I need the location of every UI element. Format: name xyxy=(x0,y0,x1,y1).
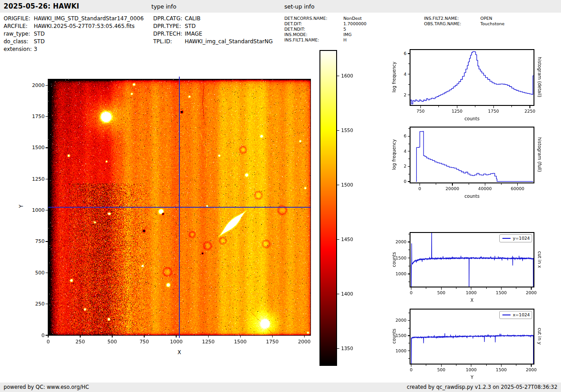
y-axis-tick xyxy=(408,166,410,167)
y-axis-tick xyxy=(408,273,410,274)
x-axis-tick-label: 1250 xyxy=(444,109,470,114)
field-value: HAWKI_IMG_STD_StandardStar147_0006 xyxy=(34,15,144,22)
y-axis-minor-tick xyxy=(408,84,410,85)
field-value: NonDest xyxy=(343,16,362,21)
x-axis-tick-label: 0 xyxy=(37,339,59,344)
legend-box: x=1024 xyxy=(499,311,532,319)
x-axis-tick-label: 0 xyxy=(399,291,424,295)
x-axis-tick xyxy=(272,335,273,337)
y-axis-tick xyxy=(408,136,410,137)
field-label: INS.FILT1.NAME: xyxy=(284,37,343,42)
right-axis-title: histogram (full) xyxy=(537,132,542,177)
legend-line-swatch xyxy=(502,315,511,315)
x-axis-tick-label: 1000 xyxy=(459,368,484,372)
field-label: DPR.TECH: xyxy=(153,31,185,37)
right-axis-title: histogram (detail) xyxy=(537,55,542,100)
y-axis-minor-tick xyxy=(408,159,410,159)
x-axis-tick xyxy=(420,106,421,108)
y-axis-minor-tick xyxy=(408,282,410,282)
x-axis-tick xyxy=(411,365,411,367)
x-axis-minor-tick xyxy=(475,106,475,107)
field-value: HAWKI.2025-05-27T07:53:05.465.fits xyxy=(34,23,135,29)
header-bar xyxy=(0,0,561,13)
x-axis-tick-label: 250 xyxy=(69,339,91,344)
y-axis-tick-label: 4 xyxy=(388,72,406,77)
qc-report-page: 2025-05-26: HAWKI type info set-up info … xyxy=(0,0,561,392)
y-axis-tick xyxy=(46,147,48,148)
y-axis-tick xyxy=(46,335,48,335)
type-info-row: DPR.TECH:IMAGE xyxy=(153,31,202,37)
y-axis-tick xyxy=(408,151,410,151)
field-value: STD xyxy=(34,38,45,45)
x-axis-tick-label: 1250 xyxy=(197,339,219,344)
field-label: INS.FILT2.NAME: xyxy=(424,16,480,21)
setup-info-row: INS.MODE:IMG xyxy=(284,32,351,37)
x-axis-minor-tick xyxy=(486,287,487,289)
y-axis-minor-tick xyxy=(408,64,410,64)
y-axis-title: counts xyxy=(392,237,397,282)
right-axis-title: cut in x xyxy=(537,237,542,282)
type-info-row: DPR.TYPE:STD xyxy=(153,23,196,29)
colorbar-tick xyxy=(337,130,339,131)
field-value: CALIB xyxy=(185,15,201,22)
colorbar-tick xyxy=(337,348,339,349)
x-axis-tick-label: 1750 xyxy=(481,109,506,114)
x-axis-tick xyxy=(452,183,452,186)
field-value: OPEN xyxy=(480,16,492,21)
x-axis-tick xyxy=(420,183,420,186)
file-info-row: raw_type:STD xyxy=(4,31,45,37)
y-axis-tick xyxy=(46,116,48,117)
x-axis-minor-tick xyxy=(469,183,469,185)
colorbar-tick xyxy=(337,294,339,294)
x-axis-tick-label: 750 xyxy=(133,339,155,344)
x-axis-title: X xyxy=(170,350,188,356)
x-axis-title: X xyxy=(459,298,486,303)
x-axis-title: counts xyxy=(459,194,486,199)
footer-credit-left: powered by QC: www.eso.org/HC xyxy=(4,383,89,392)
x-axis-tick-label: 1500 xyxy=(229,339,251,344)
y-axis-tick xyxy=(408,320,410,321)
y-axis-tick xyxy=(408,53,410,54)
field-label: INS.MODE: xyxy=(284,32,343,37)
field-label: do_class: xyxy=(4,38,34,45)
x-axis-tick xyxy=(176,335,176,337)
field-label: extension: xyxy=(4,46,34,52)
field-label: TPL.ID: xyxy=(153,38,185,45)
x-axis-title: counts xyxy=(459,117,486,121)
right-axis-title: cut in y xyxy=(537,314,542,359)
x-axis-tick-label: 2250 xyxy=(517,109,543,114)
field-label: OBS.TARG.NAME: xyxy=(424,21,480,26)
y-axis-tick-label: 2000 xyxy=(388,240,406,244)
histogram-full-canvas xyxy=(410,128,534,182)
legend-label: x=1024 xyxy=(513,312,530,317)
setup-info-row: DET.NCORRS.NAME:NonDest xyxy=(284,16,362,21)
y-axis-tick xyxy=(408,351,410,351)
y-axis-tick xyxy=(408,95,410,95)
y-axis-tick xyxy=(46,241,48,242)
colorbar xyxy=(319,50,337,366)
x-axis-minor-tick xyxy=(436,183,436,185)
x-axis-tick xyxy=(493,106,494,108)
colorbar-tick xyxy=(337,76,339,76)
y-axis-tick-label: 4 xyxy=(388,149,406,154)
y-axis-minor-tick xyxy=(408,234,410,234)
x-axis-minor-tick xyxy=(501,183,502,185)
y-axis-tick-label: 1500 xyxy=(388,333,406,338)
y-axis-tick xyxy=(46,179,48,179)
y-axis-tick-label: 2000 xyxy=(27,83,45,88)
y-axis-tick xyxy=(46,210,48,210)
x-axis-minor-tick xyxy=(438,106,439,107)
x-axis-tick-label: 40000 xyxy=(472,187,497,191)
y-axis-tick-label: 1500 xyxy=(27,145,45,150)
histogram-full-plot xyxy=(410,127,534,183)
y-axis-title: log frequency xyxy=(392,132,397,177)
x-axis-minor-tick xyxy=(486,365,487,366)
y-axis-tick xyxy=(408,258,410,258)
y-axis-tick xyxy=(408,242,410,242)
file-info-row: do_class:STD xyxy=(4,38,45,45)
x-axis-minor-tick xyxy=(426,365,426,366)
x-axis-tick-label: 2000 xyxy=(519,291,544,295)
x-axis-tick xyxy=(457,106,457,108)
colorbar-tick-label: 1350 xyxy=(341,346,353,351)
y-axis-tick xyxy=(46,85,48,86)
